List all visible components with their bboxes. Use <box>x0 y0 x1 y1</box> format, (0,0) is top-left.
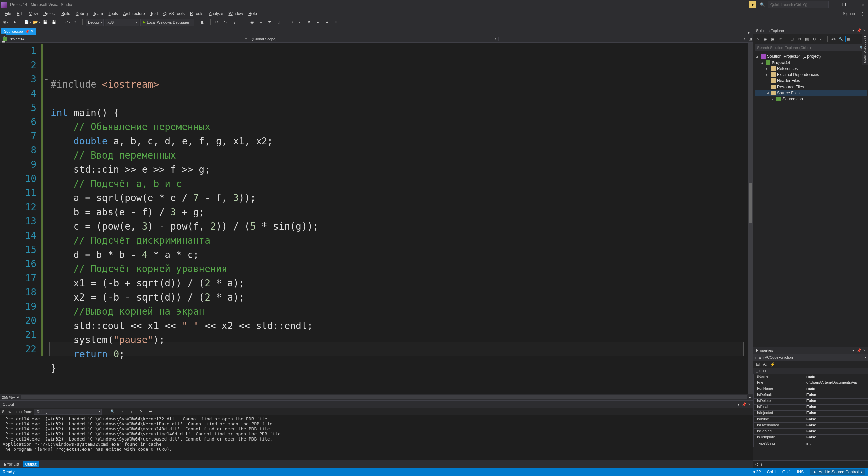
property-value[interactable]: False <box>804 398 868 404</box>
save-all-button[interactable]: 💾 <box>50 19 58 26</box>
prop-dropdown-icon[interactable]: ▾ <box>852 348 854 353</box>
next-bookmark-icon[interactable]: ▸ <box>314 19 322 26</box>
tree-source-files-node[interactable]: ◢Source Files <box>755 90 867 96</box>
toggle-icon[interactable]: ⟳ <box>213 19 221 26</box>
comment-button[interactable]: ≡ <box>257 19 265 26</box>
se-wrench-icon[interactable]: 🔧 <box>838 36 844 42</box>
property-row[interactable]: IsDeleteFalse <box>753 398 868 404</box>
property-row[interactable]: IsInlineFalse <box>753 416 868 423</box>
platform-dropdown[interactable]: x86 <box>105 19 139 26</box>
start-debugging-button[interactable]: ▶Local Windows Debugger <box>140 19 194 26</box>
source-control-button[interactable]: ▲ Add to Source Control ▴ <box>810 469 865 475</box>
menu-window[interactable]: Window <box>226 10 246 17</box>
output-source-dropdown[interactable]: Debug <box>34 409 102 415</box>
se-back-icon[interactable]: ◉ <box>762 36 768 42</box>
tree-references-node[interactable]: ▸References <box>755 66 867 72</box>
property-value[interactable]: False <box>804 404 868 410</box>
menu-test[interactable]: Test <box>148 10 161 17</box>
property-row[interactable]: TypeStringint <box>753 441 868 447</box>
panel-close-icon[interactable]: × <box>748 402 750 407</box>
se-properties-icon[interactable]: ⚙ <box>811 36 817 42</box>
notification-badge-icon[interactable]: ▼ <box>749 1 756 8</box>
bottom-tab-error-list[interactable]: Error List <box>1 461 22 467</box>
tab-overflow-dropdown[interactable]: ▾ <box>746 30 752 35</box>
property-value[interactable]: False <box>804 429 868 435</box>
properties-grid[interactable]: ⊟ C++ (Name)mainFilec:\Users\Artem\Docum… <box>753 368 868 447</box>
solution-explorer-tree[interactable]: ◢Solution 'Project14' (1 project) ◢Proje… <box>753 52 868 105</box>
redo-button[interactable]: ↷ <box>72 19 80 26</box>
breakpoint-icon[interactable]: ◉ <box>248 19 256 26</box>
status-ch[interactable]: Ch 1 <box>782 470 791 474</box>
prop-categorized-icon[interactable]: ▤ <box>755 361 761 367</box>
nav-back-icon[interactable]: ◂ <box>17 395 19 399</box>
prop-close-icon[interactable]: × <box>863 348 865 353</box>
menu-architecture[interactable]: Architecture <box>121 10 148 17</box>
pin-icon[interactable]: 📌 <box>25 30 29 33</box>
output-prev-icon[interactable]: ↑ <box>118 408 126 415</box>
se-sync-icon[interactable]: ⟳ <box>777 36 783 42</box>
menu-view[interactable]: View <box>26 10 41 17</box>
properties-category[interactable]: ⊟ C++ <box>753 368 868 374</box>
forward-button[interactable]: ➤ <box>11 19 18 26</box>
property-row[interactable]: IsFinalFalse <box>753 404 868 410</box>
close-tab-icon[interactable]: × <box>31 29 33 34</box>
zoom-level-dropdown[interactable]: 255 % <box>2 395 15 399</box>
bookmark-icon[interactable]: ▯ <box>275 19 282 26</box>
prop-pin-icon[interactable]: 📌 <box>857 348 861 353</box>
property-row[interactable]: IsInjectedFalse <box>753 410 868 416</box>
tree-source-cpp-node[interactable]: ▸Source.cpp <box>755 96 867 102</box>
tree-resource-files-node[interactable]: Resource Files <box>755 84 867 90</box>
menu-team[interactable]: Team <box>90 10 105 17</box>
property-value[interactable]: False <box>804 392 868 398</box>
save-button[interactable]: 💾 <box>42 19 49 26</box>
prop-alpha-icon[interactable]: A↓ <box>762 361 768 367</box>
menu-help[interactable]: Help <box>246 10 260 17</box>
menu-edit[interactable]: Edit <box>14 10 26 17</box>
solution-config-dropdown[interactable]: Debug <box>86 19 104 26</box>
step-over-button[interactable]: ↷ <box>222 19 230 26</box>
document-tab-source-cpp[interactable]: Source.cpp 📌 × <box>1 28 36 35</box>
output-text[interactable]: 'Project14.exe' (Win32): Loaded 'C:\Wind… <box>0 415 753 460</box>
property-row[interactable]: (Name)main <box>753 374 868 380</box>
se-showall-icon[interactable]: ▤ <box>804 36 810 42</box>
tree-project-node[interactable]: ◢Project14 <box>755 60 867 66</box>
panel-pin-icon[interactable]: 📌 <box>742 402 746 407</box>
output-wrap-icon[interactable]: ↩ <box>147 408 154 415</box>
debug-target-button[interactable]: ◧ <box>200 19 208 26</box>
nav-scope-dropdown[interactable]: (Global Scope) <box>249 37 498 41</box>
menu-qt-vs-tools[interactable]: Qt VS Tools <box>161 10 187 17</box>
property-value[interactable]: False <box>804 410 868 416</box>
property-row[interactable]: IsOverloadedFalse <box>753 423 868 429</box>
bottom-tab-output[interactable]: Output <box>23 461 39 467</box>
property-value[interactable]: main <box>804 386 868 392</box>
quick-launch-input[interactable] <box>768 1 829 8</box>
se-preview-icon[interactable]: ▭ <box>819 36 825 42</box>
new-project-button[interactable]: 📄 <box>24 19 31 26</box>
outdent-icon[interactable]: ⇤ <box>297 19 304 26</box>
menu-r-tools[interactable]: R Tools <box>187 10 206 17</box>
editor-horizontal-scrollbar[interactable] <box>21 395 747 399</box>
panel-dropdown-icon[interactable]: ▾ <box>738 402 740 407</box>
account-icon[interactable]: ▯ <box>859 10 866 17</box>
step-out-button[interactable]: ↑ <box>240 19 247 26</box>
output-clear-icon[interactable]: ✕ <box>137 408 145 415</box>
menu-tools[interactable]: Tools <box>106 10 121 17</box>
cpp-side-tab[interactable]: C++ <box>753 460 868 468</box>
indent-icon[interactable]: ⇥ <box>288 19 295 26</box>
property-value[interactable]: c:\Users\Artem\Documents\Vis <box>804 380 868 386</box>
se-refresh-icon[interactable]: ↻ <box>796 36 802 42</box>
diagnostic-tools-tab[interactable]: Diagnostic Tools <box>862 34 868 65</box>
menu-build[interactable]: Build <box>58 10 73 17</box>
quick-launch-search-icon[interactable]: 🔍 <box>758 1 766 8</box>
sign-in-link[interactable]: Sign in <box>839 10 859 17</box>
clear-bookmarks-icon[interactable]: ✕ <box>332 19 339 26</box>
restore-button[interactable]: ❐ <box>840 1 848 8</box>
solution-explorer-search[interactable]: Search Solution Explorer (Ctrl+;) 🔍 <box>755 44 867 51</box>
property-value[interactable]: False <box>804 423 868 429</box>
tree-external-deps-node[interactable]: ▸External Dependencies <box>755 72 867 78</box>
status-ins[interactable]: INS <box>797 470 804 474</box>
se-dropdown-icon[interactable]: ▾ <box>852 28 854 33</box>
properties-subject-dropdown[interactable]: main VCCodeFunction <box>753 354 868 361</box>
maximize-button[interactable]: ☐ <box>850 1 857 8</box>
property-row[interactable]: FullNamemain <box>753 386 868 392</box>
